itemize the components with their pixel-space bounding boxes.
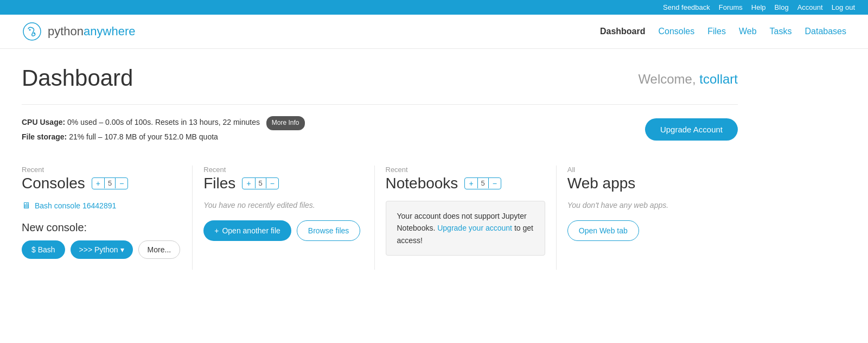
nav-web[interactable]: Web	[739, 27, 757, 36]
new-console-label: New console:	[22, 221, 181, 234]
forums-link[interactable]: Forums	[719, 3, 743, 11]
browse-files-button[interactable]: Browse files	[297, 220, 360, 241]
cpu-usage-row: CPU Usage: 0% used – 0.00s of 100s. Rese…	[22, 116, 305, 130]
notebooks-decrement-button[interactable]: +	[465, 178, 477, 189]
main-nav: pythonanywhere Dashboard Consoles Files …	[0, 15, 868, 49]
svg-point-2	[34, 33, 35, 34]
consoles-count: 5	[104, 178, 116, 188]
page-header: Dashboard Welcome, tcollart	[22, 65, 738, 91]
consoles-panel: Recent Consoles + 5 − 🖥 Bash console 164…	[22, 166, 192, 270]
svg-point-1	[29, 29, 31, 31]
consoles-counter: + 5 −	[92, 177, 129, 189]
nav-consoles[interactable]: Consoles	[659, 27, 695, 36]
account-link[interactable]: Account	[797, 3, 823, 11]
file-label: File storage:	[22, 132, 67, 141]
webapps-title: Web apps	[567, 175, 636, 192]
notebook-warning: Your account does not support Jupyter No…	[386, 201, 545, 256]
welcome-text: Welcome, tcollart	[638, 65, 738, 87]
webapps-section-label: All	[567, 166, 727, 174]
webapps-title-row: Web apps	[567, 175, 727, 192]
files-section-label: Recent	[203, 166, 363, 174]
files-title: Files	[203, 175, 235, 192]
nav-dashboard[interactable]: Dashboard	[600, 27, 646, 36]
username-link[interactable]: tcollart	[699, 72, 738, 86]
usage-section: CPU Usage: 0% used – 0.00s of 100s. Rese…	[22, 104, 738, 155]
no-webapps-text: You don't have any web apps.	[567, 201, 727, 209]
notebooks-panel: Recent Notebooks + 5 − Your account does…	[374, 166, 556, 270]
logo-icon	[22, 21, 42, 42]
panels-row: Recent Consoles + 5 − 🖥 Bash console 164…	[22, 166, 738, 270]
nav-links: Dashboard Consoles Files Web Tasks Datab…	[600, 27, 846, 36]
file-action-buttons: + Open another file Browse files	[203, 220, 363, 241]
notebooks-increment-button[interactable]: −	[489, 178, 501, 189]
welcome-prefix: Welcome,	[638, 72, 695, 86]
bash-console-item: 🖥 Bash console 16442891	[22, 201, 181, 211]
logout-link[interactable]: Log out	[832, 3, 855, 11]
file-storage-row: File storage: 21% full – 107.8 MB of you…	[22, 130, 305, 144]
notebooks-counter: + 5 −	[464, 177, 501, 189]
consoles-increment-button[interactable]: −	[116, 178, 127, 189]
help-link[interactable]: Help	[751, 3, 766, 11]
python-dropdown-icon: ▾	[120, 245, 124, 254]
blog-link[interactable]: Blog	[775, 3, 789, 11]
plus-icon: +	[214, 226, 219, 235]
top-bar: Send feedback Forums Help Blog Account L…	[0, 0, 868, 15]
files-title-row: Files + 5 −	[203, 175, 363, 192]
svg-point-0	[23, 23, 41, 40]
monitor-icon: 🖥	[22, 201, 30, 211]
page-title: Dashboard	[22, 65, 133, 91]
files-panel: Recent Files + 5 − You have no recently …	[192, 166, 374, 270]
consoles-decrement-button[interactable]: +	[92, 178, 104, 189]
open-another-file-button[interactable]: + Open another file	[203, 220, 291, 241]
notebooks-title: Notebooks	[386, 175, 458, 192]
logo-text: pythonanywhere	[48, 24, 135, 39]
consoles-title: Consoles	[22, 175, 85, 192]
consoles-title-row: Consoles + 5 −	[22, 175, 181, 192]
send-feedback-link[interactable]: Send feedback	[663, 3, 710, 11]
bash-console-link[interactable]: Bash console 16442891	[35, 201, 116, 210]
more-info-button[interactable]: More Info	[266, 116, 305, 130]
bash-button[interactable]: $ Bash	[22, 240, 65, 259]
nav-databases[interactable]: Databases	[805, 27, 847, 36]
upgrade-account-button[interactable]: Upgrade Account	[645, 118, 738, 141]
webapps-panel: All Web apps You don't have any web apps…	[556, 166, 738, 270]
cpu-text: 0% used – 0.00s of 100s. Resets in 13 ho…	[67, 118, 260, 126]
nav-files[interactable]: Files	[707, 27, 726, 36]
files-counter: + 5 −	[242, 177, 279, 189]
page-content: Dashboard Welcome, tcollart CPU Usage: 0…	[0, 49, 760, 286]
cpu-label: CPU Usage:	[22, 118, 65, 126]
usage-info: CPU Usage: 0% used – 0.00s of 100s. Rese…	[22, 116, 305, 144]
nav-tasks[interactable]: Tasks	[770, 27, 792, 36]
notebooks-count: 5	[477, 178, 489, 188]
file-text: 21% full – 107.8 MB of your 512.0 MB quo…	[69, 132, 218, 141]
python-button[interactable]: >>> Python ▾	[71, 240, 133, 259]
open-web-tab-button[interactable]: Open Web tab	[567, 220, 639, 241]
notebook-upgrade-link[interactable]: Upgrade your account	[437, 224, 512, 232]
files-decrement-button[interactable]: +	[242, 178, 254, 189]
no-files-text: You have no recently edited files.	[203, 201, 363, 209]
files-count: 5	[255, 178, 266, 188]
more-button[interactable]: More...	[138, 240, 181, 259]
console-buttons: $ Bash >>> Python ▾ More...	[22, 240, 181, 259]
consoles-section-label: Recent	[22, 166, 181, 174]
logo[interactable]: pythonanywhere	[22, 21, 135, 42]
notebooks-title-row: Notebooks + 5 −	[386, 175, 545, 192]
files-increment-button[interactable]: −	[266, 178, 278, 189]
notebooks-section-label: Recent	[386, 166, 545, 174]
